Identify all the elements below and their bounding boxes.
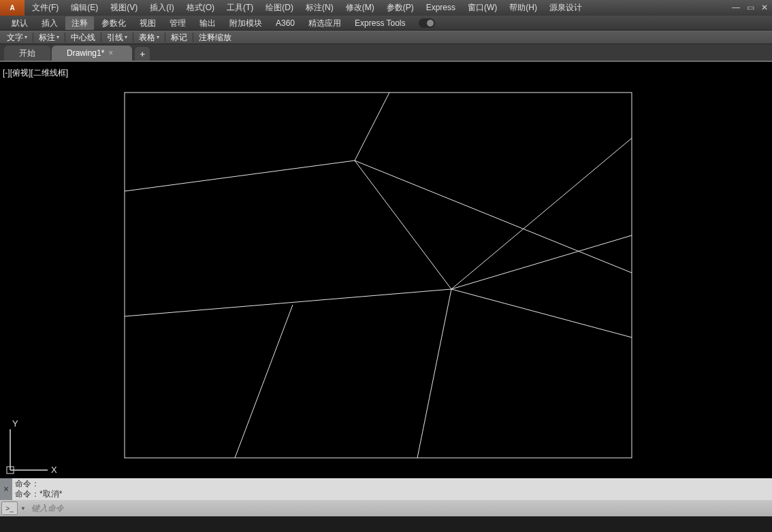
menu-modify[interactable]: 修改(M)	[340, 0, 381, 16]
panel-centerline[interactable]: 中心线	[68, 31, 98, 44]
drawing-line[interactable]	[451, 138, 632, 289]
panel-separator	[165, 33, 165, 42]
panel-label: 中心线	[71, 31, 95, 44]
ucs-x-label: X	[51, 465, 57, 475]
command-input[interactable]	[30, 501, 772, 515]
ribbon-tab-output[interactable]: 输出	[193, 16, 222, 30]
ribbon-tab-manage[interactable]: 管理	[163, 16, 192, 30]
command-prompt-icon[interactable]: >_	[1, 501, 18, 515]
ribbon-tab-bar: 默认 插入 注释 参数化 视图 管理 输出 附加模块 A360 精选应用 Exp…	[0, 16, 772, 31]
panel-dim[interactable]: 标注 ▾	[36, 31, 62, 44]
ribbon-tab-a360[interactable]: A360	[270, 16, 301, 30]
chevron-down-icon[interactable]: ▼	[19, 502, 27, 514]
minimize-icon[interactable]: —	[730, 2, 742, 13]
ribbon-tab-insert[interactable]: 插入	[35, 16, 64, 30]
menu-view[interactable]: 视图(V)	[104, 0, 144, 16]
panel-label: 注释缩放	[199, 31, 231, 44]
new-tab-button[interactable]: +	[135, 47, 150, 61]
menu-window[interactable]: 窗口(W)	[462, 0, 503, 16]
ribbon-tab-view[interactable]: 视图	[133, 16, 162, 30]
window-controls: — ▭ ✕	[730, 0, 771, 15]
document-tab-bar: 开始 Drawing1* × +	[0, 44, 772, 62]
command-input-row: >_ ▼	[0, 500, 772, 516]
menu-file[interactable]: 文件(F)	[26, 0, 65, 16]
ribbon-tab-annotate[interactable]: 注释	[65, 16, 94, 30]
drawing-line[interactable]	[125, 289, 451, 316]
doc-tab-start[interactable]: 开始	[4, 46, 50, 61]
panel-separator	[133, 33, 133, 42]
chevron-down-icon: ▾	[57, 31, 59, 44]
drawing-line[interactable]	[451, 235, 632, 289]
drawing-line[interactable]	[355, 161, 632, 273]
doc-tab-label: 开始	[19, 46, 35, 61]
ribbon-tab-default[interactable]: 默认	[5, 16, 34, 30]
menu-dim[interactable]: 标注(N)	[300, 0, 340, 16]
ucs-y-label: Y	[12, 418, 18, 429]
ribbon-tab-express[interactable]: Express Tools	[349, 16, 411, 30]
command-line: 命令：*取消*	[15, 489, 772, 499]
menu-edit[interactable]: 编辑(E)	[65, 0, 104, 16]
panel-label: 文字	[7, 31, 23, 44]
drawing-line[interactable]	[235, 305, 293, 458]
panel-separator	[193, 33, 193, 42]
command-lines: 命令： 命令：*取消*	[15, 478, 772, 500]
command-line: 命令：	[15, 479, 772, 489]
ribbon-tab-addin[interactable]: 附加模块	[223, 16, 268, 30]
menu-format[interactable]: 格式(O)	[180, 0, 221, 16]
ribbon-tab-apps[interactable]: 精选应用	[302, 16, 347, 30]
menu-yq[interactable]: 源泉设计	[543, 0, 588, 16]
doc-tab-drawing1[interactable]: Drawing1* ×	[52, 46, 132, 61]
ucs-icon[interactable]: XY	[7, 418, 57, 475]
drawing-line[interactable]	[125, 161, 355, 191]
tab-close-icon[interactable]: ×	[108, 46, 113, 61]
menu-bar: A 文件(F) 编辑(E) 视图(V) 插入(I) 格式(O) 工具(T) 绘图…	[0, 0, 772, 16]
app-icon[interactable]: A	[0, 0, 25, 16]
panel-annoscale[interactable]: 注释缩放	[196, 31, 234, 44]
chevron-down-icon: ▾	[25, 31, 27, 44]
panel-label: 引线	[107, 31, 123, 44]
panel-separator	[33, 33, 33, 42]
drawing-line[interactable]	[451, 289, 632, 337]
doc-tab-label: Drawing1*	[67, 46, 104, 61]
panel-label: 表格	[139, 31, 155, 44]
drawing-line[interactable]	[417, 289, 451, 458]
panel-markup[interactable]: 标记	[168, 31, 190, 44]
drawing-boundary[interactable]	[125, 93, 632, 458]
panel-table[interactable]: 表格 ▾	[136, 31, 162, 44]
panel-leader[interactable]: 引线 ▾	[104, 31, 130, 44]
close-icon[interactable]: ✕	[758, 2, 771, 13]
panel-text[interactable]: 文字 ▾	[4, 31, 30, 44]
menu-draw[interactable]: 绘图(D)	[259, 0, 300, 16]
panel-separator	[101, 33, 101, 42]
command-close-icon[interactable]: ×	[0, 478, 12, 500]
drawing-viewport[interactable]: [-][俯视][二维线框] XY	[0, 62, 772, 478]
restore-icon[interactable]: ▭	[744, 2, 756, 13]
panel-label: 标注	[39, 31, 55, 44]
panel-bar: 文字 ▾ 标注 ▾ 中心线 引线 ▾ 表格 ▾ 标记 注释缩放	[0, 31, 772, 44]
drawing-line[interactable]	[355, 93, 389, 161]
ribbon-tab-param[interactable]: 参数化	[95, 16, 132, 30]
panel-label: 标记	[171, 31, 187, 44]
menu-insert[interactable]: 插入(I)	[144, 0, 180, 16]
ribbon-toggle-icon[interactable]	[419, 18, 435, 28]
chevron-down-icon: ▾	[125, 31, 127, 44]
menu-express[interactable]: Express	[420, 0, 462, 16]
menu-param[interactable]: 参数(P)	[381, 0, 420, 16]
drawing-canvas[interactable]: XY	[0, 62, 772, 478]
command-history: × 命令： 命令：*取消*	[0, 478, 772, 500]
chevron-down-icon: ▾	[157, 31, 159, 44]
menu-tools[interactable]: 工具(T)	[221, 0, 259, 16]
panel-separator	[65, 33, 65, 42]
menu-help[interactable]: 帮助(H)	[503, 0, 543, 16]
